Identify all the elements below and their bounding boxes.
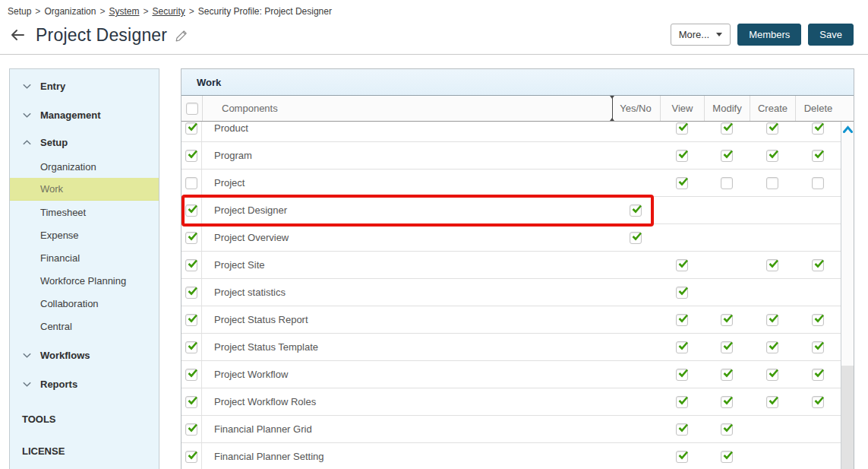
row-select-checkbox[interactable] bbox=[185, 232, 197, 244]
members-button-label: Members bbox=[749, 29, 790, 40]
row-select-checkbox[interactable] bbox=[185, 341, 197, 353]
column-header-modify[interactable]: Modify bbox=[704, 96, 750, 121]
sidebar-item-workforce-planning[interactable]: Workforce Planning bbox=[10, 269, 159, 292]
members-button[interactable]: Members bbox=[737, 24, 801, 46]
row-select-checkbox[interactable] bbox=[185, 204, 197, 217]
modify-cell bbox=[704, 341, 750, 353]
check-icon bbox=[768, 122, 779, 132]
table-row: Project Workflow bbox=[181, 361, 841, 388]
row-select-checkbox[interactable] bbox=[185, 314, 197, 326]
delete-checkbox[interactable] bbox=[812, 314, 824, 326]
more-button[interactable]: More... bbox=[671, 24, 731, 46]
row-select-checkbox[interactable] bbox=[185, 259, 197, 271]
yesno-checkbox[interactable] bbox=[630, 232, 642, 244]
modify-checkbox[interactable] bbox=[721, 122, 733, 135]
delete-checkbox[interactable] bbox=[812, 177, 824, 189]
modify-checkbox[interactable] bbox=[721, 341, 733, 353]
sidebar-item-central[interactable]: Central bbox=[10, 315, 159, 337]
scrollbar-thumb[interactable] bbox=[841, 366, 854, 469]
create-checkbox[interactable] bbox=[766, 122, 778, 135]
column-resize-handle[interactable] bbox=[612, 97, 613, 120]
check-icon bbox=[722, 148, 734, 160]
column-header-view[interactable]: View bbox=[660, 96, 704, 121]
sidebar-item-reports[interactable]: Reports bbox=[10, 369, 159, 398]
modify-checkbox[interactable] bbox=[721, 177, 733, 189]
column-header-yesno[interactable]: Yes/No bbox=[611, 96, 660, 121]
modify-checkbox[interactable] bbox=[721, 396, 733, 408]
sidebar-item-entry[interactable]: Entry bbox=[10, 71, 159, 100]
check-icon bbox=[768, 312, 779, 324]
modify-checkbox[interactable] bbox=[721, 369, 733, 381]
sidebar-item-organization[interactable]: Organization bbox=[10, 155, 159, 178]
view-checkbox[interactable] bbox=[676, 122, 688, 135]
view-checkbox[interactable] bbox=[676, 451, 688, 463]
chevron-up-icon bbox=[22, 138, 32, 147]
delete-checkbox[interactable] bbox=[812, 369, 824, 381]
create-checkbox[interactable] bbox=[766, 396, 778, 408]
row-select-checkbox[interactable] bbox=[185, 451, 197, 463]
create-checkbox[interactable] bbox=[766, 150, 778, 162]
sidebar-item-label: Central bbox=[40, 321, 72, 332]
sidebar-item-setup[interactable]: Setup bbox=[10, 129, 159, 155]
delete-checkbox[interactable] bbox=[812, 341, 824, 353]
view-checkbox[interactable] bbox=[676, 259, 688, 271]
row-select-checkbox[interactable] bbox=[185, 423, 197, 436]
view-checkbox[interactable] bbox=[676, 396, 688, 408]
sidebar-item-label: LICENSE bbox=[22, 445, 65, 457]
table-row: Financial Planner Setting bbox=[181, 443, 841, 469]
check-icon bbox=[813, 312, 825, 324]
row-select-checkbox[interactable] bbox=[185, 150, 197, 162]
sidebar-item-management[interactable]: Management bbox=[10, 100, 159, 129]
component-name: Project Workflow bbox=[202, 369, 611, 380]
create-checkbox[interactable] bbox=[766, 177, 778, 189]
scroll-up-arrow[interactable] bbox=[841, 122, 854, 133]
column-header-create[interactable]: Create bbox=[750, 96, 795, 121]
sidebar-item-license[interactable]: LICENSE bbox=[10, 435, 159, 467]
table-body: ProductProgramProjectProject DesignerPro… bbox=[181, 122, 841, 469]
modify-checkbox[interactable] bbox=[721, 150, 733, 162]
breadcrumb-item[interactable]: Security bbox=[152, 6, 185, 17]
sidebar-item-timesheet[interactable]: Timesheet bbox=[10, 201, 159, 223]
edit-pencil-icon[interactable] bbox=[175, 29, 188, 43]
modify-checkbox[interactable] bbox=[721, 451, 733, 463]
sidebar-item-financial[interactable]: Financial bbox=[10, 246, 159, 269]
sidebar-item-work[interactable]: Work bbox=[10, 178, 159, 201]
sidebar-item-label: Organization bbox=[40, 161, 96, 173]
delete-checkbox[interactable] bbox=[812, 396, 824, 408]
select-all-checkbox[interactable] bbox=[186, 103, 198, 115]
view-checkbox[interactable] bbox=[676, 150, 688, 162]
breadcrumb-separator: > bbox=[143, 6, 148, 17]
row-select-checkbox[interactable] bbox=[185, 369, 197, 381]
row-select-checkbox[interactable] bbox=[185, 122, 197, 135]
row-select-checkbox[interactable] bbox=[185, 177, 197, 189]
view-checkbox[interactable] bbox=[676, 287, 688, 299]
sidebar-item-collaboration[interactable]: Collaboration bbox=[10, 292, 159, 315]
modify-checkbox[interactable] bbox=[721, 423, 733, 436]
back-arrow-icon[interactable] bbox=[9, 27, 26, 43]
breadcrumb-item[interactable]: System bbox=[109, 6, 139, 17]
yesno-checkbox[interactable] bbox=[630, 204, 642, 217]
create-checkbox[interactable] bbox=[766, 314, 778, 326]
create-checkbox[interactable] bbox=[766, 369, 778, 381]
delete-checkbox[interactable] bbox=[812, 150, 824, 162]
sidebar-item-expense[interactable]: Expense bbox=[10, 223, 159, 246]
column-header-delete[interactable]: Delete bbox=[795, 96, 841, 121]
column-header-components[interactable]: Components bbox=[202, 96, 611, 121]
row-select-cell bbox=[181, 279, 202, 306]
save-button[interactable]: Save bbox=[808, 24, 854, 46]
view-checkbox[interactable] bbox=[676, 341, 688, 353]
delete-checkbox[interactable] bbox=[812, 122, 824, 135]
create-checkbox[interactable] bbox=[766, 341, 778, 353]
row-select-checkbox[interactable] bbox=[185, 396, 197, 408]
view-checkbox[interactable] bbox=[676, 423, 688, 436]
view-checkbox[interactable] bbox=[676, 369, 688, 381]
view-checkbox[interactable] bbox=[676, 177, 688, 189]
modify-checkbox[interactable] bbox=[721, 314, 733, 326]
create-checkbox[interactable] bbox=[766, 259, 778, 271]
sidebar-item-tools[interactable]: TOOLS bbox=[10, 403, 159, 435]
sidebar-item-workflows[interactable]: Workflows bbox=[10, 341, 159, 369]
row-select-checkbox[interactable] bbox=[185, 287, 197, 299]
view-checkbox[interactable] bbox=[676, 314, 688, 326]
delete-checkbox[interactable] bbox=[812, 259, 824, 271]
vertical-scrollbar[interactable] bbox=[841, 122, 854, 469]
